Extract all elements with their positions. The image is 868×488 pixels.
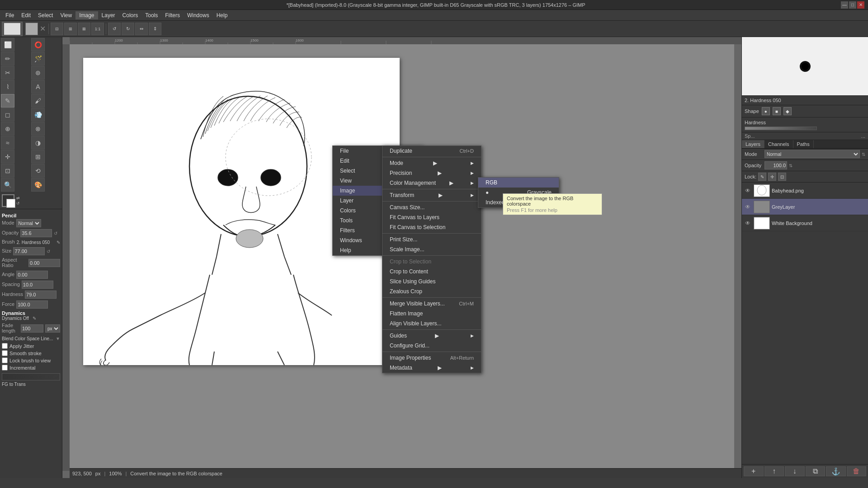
fade-unit-select[interactable]: px <box>45 324 60 333</box>
tab-layers[interactable]: Layers <box>742 140 764 148</box>
tool-align[interactable]: ⊞ <box>31 150 45 164</box>
tb-flip-v[interactable]: ⇕ <box>149 23 161 35</box>
tb-flip-h[interactable]: ⇔ <box>135 23 148 35</box>
sm-fit-selection[interactable]: Fit Canvas to Selection <box>382 222 481 232</box>
brush-edit-icon[interactable]: ✎ <box>57 240 60 245</box>
tab-channels[interactable]: Channels <box>764 140 793 148</box>
anchor-layer-btn[interactable]: ⚓ <box>826 466 846 476</box>
tb-zoom-out[interactable]: ⊟ <box>51 23 63 35</box>
sm-precision[interactable]: Precision ▶ <box>382 168 481 178</box>
shape-circle-btn[interactable]: ● <box>762 107 770 115</box>
tool-dodge[interactable]: ◑ <box>31 136 45 150</box>
tool-move[interactable]: ✛ <box>1 150 14 164</box>
tool-heal[interactable]: ⊗ <box>31 122 45 136</box>
tb-rotate-cw[interactable]: ↻ <box>122 23 134 35</box>
menu-tools[interactable]: Tools <box>142 11 161 19</box>
incremental-checkbox[interactable] <box>2 365 8 371</box>
tool-smudge[interactable]: ≈ <box>1 136 14 150</box>
menu-colors[interactable]: Colors <box>119 11 142 19</box>
sm-metadata[interactable]: Metadata ▶ <box>382 363 481 373</box>
sm-crop-to-content[interactable]: Crop to Content <box>382 267 481 277</box>
reset-colors-icon[interactable]: ↺ <box>16 201 20 206</box>
mode-rgb[interactable]: RGB <box>478 178 559 188</box>
menu-filters[interactable]: Filters <box>161 11 184 19</box>
menu-image[interactable]: Image <box>75 11 98 19</box>
tool-free-select[interactable]: ✏ <box>1 52 14 66</box>
sm-mode[interactable]: Mode ▶ <box>382 158 481 168</box>
raise-layer-btn[interactable]: ↑ <box>764 466 784 476</box>
lock-alpha-btn[interactable]: ⊡ <box>778 173 786 181</box>
angle-input[interactable] <box>16 271 48 279</box>
tool-zoom[interactable]: 🔍 <box>1 178 14 192</box>
layer-eye-white-bg[interactable]: 👁 <box>744 219 752 227</box>
sm-configure-grid[interactable]: Configure Grid... <box>382 341 481 351</box>
sm-merge-visible[interactable]: Merge Visible Layers... Ctrl+M <box>382 299 481 309</box>
swap-colors-icon[interactable]: ⇄ <box>16 196 20 200</box>
hardness-bar[interactable] <box>745 127 817 130</box>
image-thumbnail[interactable] <box>2 22 23 36</box>
hardness-input[interactable] <box>25 291 57 299</box>
aspect-input[interactable] <box>28 259 60 267</box>
new-layer-btn[interactable]: + <box>744 466 764 476</box>
sm-fit-layers[interactable]: Fit Canvas to Layers <box>382 212 481 222</box>
menu-edit[interactable]: Edit <box>18 11 34 19</box>
tool-paths[interactable]: ⌇ <box>1 80 14 94</box>
fade-input[interactable] <box>21 324 43 333</box>
mode-indexed[interactable]: Indexed... <box>478 197 559 207</box>
tool-text[interactable]: A <box>31 80 45 94</box>
maximize-button[interactable]: □ <box>849 1 856 9</box>
layer-opacity-arrows[interactable]: ⇅ <box>789 163 793 168</box>
tool-scissors[interactable]: ✂ <box>1 66 14 80</box>
layer-eye-babyhead[interactable]: 👁 <box>744 187 752 195</box>
close-button[interactable]: ✕ <box>857 1 864 9</box>
lock-pixels-btn[interactable]: ✎ <box>758 173 766 181</box>
menu-windows[interactable]: Windows <box>184 11 213 19</box>
delete-layer-btn[interactable]: 🗑 <box>847 466 867 476</box>
size-reset[interactable]: ↺ <box>47 249 50 254</box>
tb-rotate-ccw[interactable]: ↺ <box>108 23 121 35</box>
foreground-color[interactable] <box>2 194 14 207</box>
sm-canvas-size[interactable]: Canvas Size... <box>382 202 481 212</box>
tool-rect-select[interactable]: ⬜ <box>1 38 14 52</box>
layer-row-greylayer[interactable]: 👁 GreyLayer <box>742 199 868 215</box>
mode-grayscale[interactable]: ● Grayscale <box>478 188 559 197</box>
sm-align-visible[interactable]: Align Visible Layers... <box>382 319 481 328</box>
opacity-input[interactable] <box>20 229 52 237</box>
apply-jitter-checkbox[interactable] <box>2 343 8 349</box>
gradient-preview[interactable] <box>2 373 60 380</box>
tool-fuzzy-select[interactable]: 🪄 <box>31 52 45 66</box>
layer-eye-greylayer[interactable]: 👁 <box>744 203 752 211</box>
mode-select[interactable]: Normal <box>16 219 41 227</box>
menu-layer[interactable]: Layer <box>98 11 119 19</box>
menu-help[interactable]: Help <box>213 11 231 19</box>
opacity-reset-icon[interactable]: ↺ <box>54 231 57 236</box>
tb-fit[interactable]: ⊠ <box>78 23 90 35</box>
menu-view[interactable]: View <box>57 11 75 19</box>
sm-scale-image[interactable]: Scale Image... <box>382 244 481 254</box>
tb-zoom-in[interactable]: ⊞ <box>64 23 77 35</box>
dynamics-edit-icon[interactable]: ✎ <box>33 316 36 321</box>
shape-diamond-btn[interactable]: ◆ <box>783 107 792 115</box>
sm-zealous-crop[interactable]: Zealous Crop <box>382 286 481 296</box>
tool-eraser[interactable]: ◻ <box>1 108 14 122</box>
smooth-stroke-checkbox[interactable] <box>2 350 8 356</box>
menu-file[interactable]: File <box>2 11 18 19</box>
tool-airbrush[interactable]: 💨 <box>31 108 45 122</box>
sm-transform[interactable]: Transform ▶ <box>382 190 481 200</box>
lock-brush-checkbox[interactable] <box>2 357 8 363</box>
force-input[interactable] <box>16 300 48 309</box>
spacing-input[interactable] <box>22 281 53 289</box>
layer-opacity-input[interactable] <box>764 161 787 169</box>
tool-crop[interactable]: ⊡ <box>1 164 14 178</box>
minimize-button[interactable]: — <box>841 1 848 9</box>
tool-brush[interactable]: 🖌 <box>31 94 45 108</box>
layer-row-babyhead[interactable]: 👁 Babyhead.png <box>742 183 868 199</box>
tool-ellipse-select[interactable]: ⭕ <box>31 38 45 52</box>
layer-row-white-bg[interactable]: 👁 White Background <box>742 215 868 231</box>
sm-guides[interactable]: Guides ▶ <box>382 331 481 341</box>
tb-1to1[interactable]: 1:1 <box>91 23 104 35</box>
sm-color-mgmt[interactable]: Color Management ▶ <box>382 178 481 188</box>
layer-mode-arrows[interactable]: ⇅ <box>862 152 865 157</box>
tool-pencil[interactable]: ✎ <box>1 94 14 108</box>
duplicate-layer-btn[interactable]: ⧉ <box>806 466 826 476</box>
